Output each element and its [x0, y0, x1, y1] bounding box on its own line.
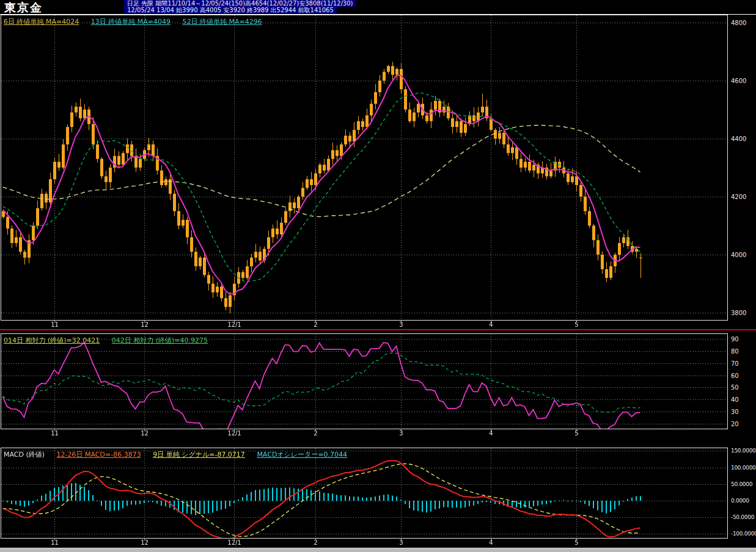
rsi-y-tick-label: 30 — [731, 409, 739, 415]
price-x-axis-month-label: 4 — [489, 321, 493, 328]
rsi-chart-canvas[interactable] — [0, 333, 728, 438]
bottom-scrollbar[interactable] — [0, 548, 756, 552]
session-info-line-1: 日足 先限 期間11/10/14～12/05/24(150)高4654(12/0… — [124, 0, 356, 7]
price-y-tick-label: 3800 — [731, 310, 746, 316]
price-x-axis-month-label: 5 — [574, 321, 578, 328]
macd-x-axis-month-label: 12/1 — [227, 539, 241, 546]
rsi-y-tick-label: 80 — [731, 348, 739, 355]
rsi-y-tick-label: 60 — [731, 372, 739, 379]
macd-legend: MACD (終値) 12-26日 MACD=-86.3873 9日 単純 シグナ… — [4, 450, 357, 459]
price-chart-canvas[interactable] — [0, 15, 728, 329]
ma13-legend-item: 13日 終値単純 MA=4049 — [91, 18, 171, 26]
macd-y-tick-label: -100.0000 — [731, 531, 756, 537]
price-x-axis-month-label: 12 — [141, 321, 149, 328]
rsi-x-axis-month-label: 2 — [314, 430, 317, 437]
rsi-x-axis-month-label: 4 — [489, 430, 493, 437]
macd-x-axis-month-label: 3 — [399, 539, 403, 546]
price-y-tick-label: 4800 — [731, 20, 746, 26]
price-x-axis-month-label: 12/1 — [227, 321, 241, 328]
signal-value-legend-item: 9日 単純 シグナル=-87.0717 — [153, 451, 245, 459]
price-x-axis-month-label: 2 — [314, 321, 317, 328]
price-y-tick-label: 4000 — [731, 252, 746, 258]
instrument-title: 東京金 — [4, 0, 43, 16]
macd-x-axis-month-label: 11 — [51, 539, 59, 546]
ma52-legend-item: 52日 終値単純 MA=4296 — [182, 18, 262, 26]
rsi-x-axis-month-label: 11 — [51, 430, 59, 437]
oscillator-value-legend-item: MACDオシレーター=0.7044 — [257, 451, 347, 459]
rsi-y-tick-label: 20 — [731, 421, 739, 427]
session-info-line-2: 12/05/24 13/04 始3990 高4005 安3920 終3989 出… — [124, 7, 337, 13]
macd-title-legend-item: MACD (終値) — [4, 451, 45, 459]
chart-application-window: 東京金 日足 先限 期間11/10/14～12/05/24(150)高4654(… — [0, 0, 756, 552]
macd-y-tick-label: -50.0000 — [731, 514, 754, 520]
price-y-tick-label: 4400 — [731, 136, 746, 142]
macd-y-tick-label: 150.0000 — [731, 448, 756, 454]
price-panel: 6日 終値単純 MA=4024 13日 終値単純 MA=4049 52日 終値単… — [0, 15, 756, 329]
macd-x-axis-month-label: 2 — [314, 539, 317, 546]
macd-x-axis-month-label: 12 — [141, 539, 149, 546]
macd-chart-canvas[interactable] — [0, 448, 728, 548]
macd-y-tick-label: 50.0000 — [731, 481, 752, 487]
rsi-y-tick-label: 50 — [731, 384, 739, 391]
main-chart-separator-line — [0, 329, 756, 330]
rsi-x-axis-month-label: 5 — [574, 430, 578, 437]
macd-panel: MACD (終値) 12-26日 MACD=-86.3873 9日 単純 シグナ… — [0, 448, 756, 548]
price-x-axis-month-label: 3 — [399, 321, 403, 328]
macd-y-tick-label: 0.0000 — [731, 498, 749, 504]
rsi42-legend-item: 042日 相対力 (終値)=40.9275 — [112, 336, 208, 344]
macd-x-axis-month-label: 5 — [574, 539, 578, 546]
rsi-y-tick-label: 70 — [731, 360, 739, 367]
header: 東京金 日足 先限 期間11/10/14～12/05/24(150)高4654(… — [0, 0, 756, 15]
rsi-y-tick-label: 40 — [731, 396, 739, 403]
rsi-x-axis-month-label: 3 — [399, 430, 403, 437]
macd-value-legend-item: 12-26日 MACD=-86.3873 — [57, 451, 141, 459]
rsi-x-axis-month-label: 12/1 — [227, 430, 241, 437]
price-x-axis-month-label: 11 — [51, 321, 59, 328]
rsi-y-tick-label: 90 — [731, 336, 739, 343]
rsi14-legend-item: 014日 相対力 (終値)=32.0421 — [4, 336, 100, 344]
session-info: 日足 先限 期間11/10/14～12/05/24(150)高4654(12/0… — [124, 0, 356, 13]
price-y-tick-label: 4600 — [731, 78, 746, 84]
price-y-tick-label: 4200 — [731, 194, 746, 200]
rsi-x-axis-month-label: 12 — [141, 430, 149, 437]
rsi-legend: 014日 相対力 (終値)=32.0421 042日 相対力 (終値)=40.9… — [4, 336, 218, 345]
macd-y-tick-label: 100.0000 — [731, 465, 756, 471]
ma6-legend-item: 6日 終値単純 MA=4024 — [4, 18, 79, 26]
price-legend: 6日 終値単純 MA=4024 13日 終値単純 MA=4049 52日 終値単… — [4, 17, 272, 26]
rsi-panel: 014日 相対力 (終値)=32.0421 042日 相対力 (終値)=40.9… — [0, 333, 756, 438]
macd-x-axis-month-label: 4 — [489, 539, 493, 546]
